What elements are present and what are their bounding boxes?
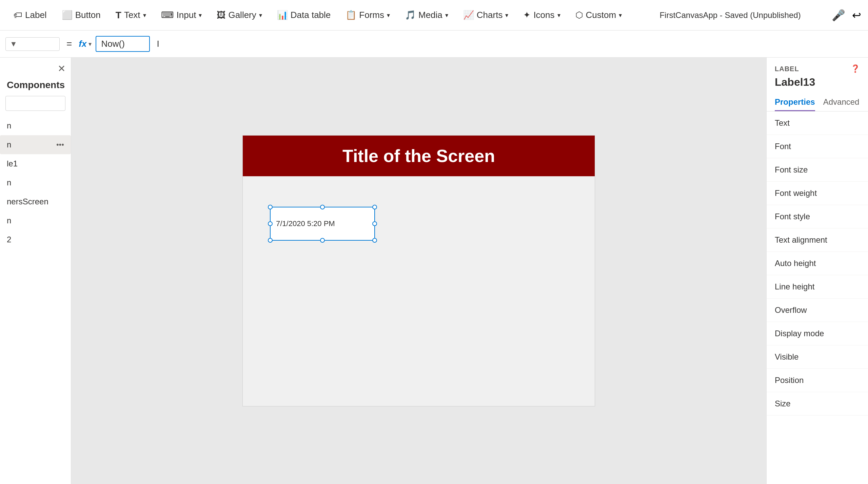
help-icon[interactable]: ❓ xyxy=(851,64,860,73)
sidebar-item-4[interactable]: n xyxy=(0,173,71,192)
media-button-text: Media xyxy=(418,10,442,20)
forms-button-text: Forms xyxy=(359,10,384,20)
text-chevron-icon: ▾ xyxy=(143,12,146,19)
right-panel: LABEL ❓ Label13 Properties Advanced Text… xyxy=(766,58,868,484)
formula-input[interactable]: Now() xyxy=(96,36,150,52)
prop-autoheight[interactable]: Auto height xyxy=(767,252,868,275)
datatable-icon: 📊 xyxy=(277,10,288,20)
button-button-text: Button xyxy=(75,10,101,20)
prop-lineheight[interactable]: Line height xyxy=(767,275,868,299)
sidebar-item-5[interactable]: nersScreen xyxy=(0,192,71,211)
prop-text-label: Text xyxy=(775,118,790,128)
gallery-button-text: Gallery xyxy=(228,10,256,20)
forms-button[interactable]: 📋 Forms ▾ xyxy=(339,6,397,24)
forms-icon: 📋 xyxy=(346,10,356,20)
prop-size-label: Size xyxy=(775,399,791,408)
forms-chevron-icon: ▾ xyxy=(387,12,390,19)
sidebar-item-6[interactable]: n xyxy=(0,211,71,230)
sidebar-item-3[interactable]: le1 xyxy=(0,154,71,173)
label-text-value: 7/1/2020 5:20 PM xyxy=(276,219,335,228)
icons-icon: ✦ xyxy=(523,10,531,20)
top-toolbar: 🏷 Label ⬜ Button T Text ▾ ⌨ Input ▾ 🖼 Ga… xyxy=(0,0,868,31)
sidebar-item-7[interactable]: 2 xyxy=(0,230,71,249)
sidebar-title: Components xyxy=(0,80,71,96)
prop-fontweight[interactable]: Font weight xyxy=(767,182,868,205)
prop-fontstyle-label: Font style xyxy=(775,212,810,221)
close-sidebar-button[interactable]: ✕ xyxy=(58,63,65,74)
button-button[interactable]: ⬜ Button xyxy=(55,6,107,24)
left-sidebar: ✕ Components n n ••• le1 n nersScreen n … xyxy=(0,58,71,484)
charts-button[interactable]: 📈 Charts ▾ xyxy=(456,6,515,24)
prop-text[interactable]: Text xyxy=(767,112,868,135)
sidebar-item-label-1: n xyxy=(7,121,11,130)
prop-textalignment[interactable]: Text alignment xyxy=(767,228,868,252)
label-button[interactable]: 🏷 Label xyxy=(7,6,54,24)
sidebar-item-label-3: le1 xyxy=(7,159,18,168)
sidebar-item-1[interactable]: n xyxy=(0,116,71,135)
datatable-button[interactable]: 📊 Data table xyxy=(270,6,338,24)
sidebar-item-2[interactable]: n ••• xyxy=(0,135,71,154)
handle-mid-left[interactable] xyxy=(268,221,273,226)
right-panel-header: LABEL ❓ xyxy=(767,58,868,76)
custom-button[interactable]: ⬡ Custom ▾ xyxy=(569,6,629,24)
icons-chevron-icon: ▾ xyxy=(557,12,560,19)
formula-dropdown-value: ▼ xyxy=(10,40,17,48)
label-control[interactable]: 7/1/2020 5:20 PM xyxy=(270,207,375,241)
handle-top-center[interactable] xyxy=(320,205,325,209)
icons-button[interactable]: ✦ Icons ▾ xyxy=(516,6,567,24)
prop-visible[interactable]: Visible xyxy=(767,345,868,369)
microphone-icon[interactable]: 🎤 xyxy=(832,9,845,22)
datatable-button-text: Data table xyxy=(291,10,331,20)
handle-top-left[interactable] xyxy=(268,205,273,209)
prop-displaymode[interactable]: Display mode xyxy=(767,322,868,345)
input-chevron-icon: ▾ xyxy=(199,12,202,19)
text-button[interactable]: T Text ▾ xyxy=(109,6,153,24)
charts-icon: 📈 xyxy=(463,10,474,20)
formula-dropdown[interactable]: ▼ xyxy=(5,37,60,51)
screen-title-text: Title of the Screen xyxy=(342,146,495,166)
custom-icon: ⬡ xyxy=(575,10,583,20)
prop-fontsize-label: Font size xyxy=(775,165,808,175)
tab-advanced-label: Advanced xyxy=(823,97,860,106)
prop-size[interactable]: Size xyxy=(767,392,868,416)
prop-position[interactable]: Position xyxy=(767,369,868,392)
custom-button-text: Custom xyxy=(586,10,616,20)
icons-button-text: Icons xyxy=(533,10,554,20)
screen-title-bar: Title of the Screen xyxy=(243,136,595,176)
media-button[interactable]: 🎵 Media ▾ xyxy=(398,6,455,24)
right-panel-tabs: Properties Advanced xyxy=(767,94,868,112)
fx-chevron-icon: ▾ xyxy=(88,40,92,48)
prop-textalignment-label: Text alignment xyxy=(775,235,827,245)
handle-mid-right[interactable] xyxy=(372,221,377,226)
prop-fontsize[interactable]: Font size xyxy=(767,158,868,182)
text-icon: T xyxy=(116,10,121,21)
prop-font[interactable]: Font xyxy=(767,135,868,158)
canvas-area[interactable]: Title of the Screen 7/1/2020 5:20 PM xyxy=(71,58,766,484)
charts-button-text: Charts xyxy=(477,10,503,20)
equals-sign: = xyxy=(64,39,75,49)
sidebar-item-label-2: n xyxy=(7,140,11,149)
prop-position-label: Position xyxy=(775,376,804,385)
prop-fontstyle[interactable]: Font style xyxy=(767,205,868,228)
sidebar-item-dots[interactable]: ••• xyxy=(56,140,64,149)
label-icon: 🏷 xyxy=(14,10,22,20)
prop-lineheight-label: Line height xyxy=(775,282,814,291)
tab-advanced[interactable]: Advanced xyxy=(823,94,860,111)
handle-bottom-left[interactable] xyxy=(268,238,273,243)
charts-chevron-icon: ▾ xyxy=(505,12,508,19)
input-button[interactable]: ⌨ Input ▾ xyxy=(154,6,209,24)
sidebar-item-label-4: n xyxy=(7,178,11,187)
handle-top-right[interactable] xyxy=(372,205,377,209)
handle-bottom-center[interactable] xyxy=(320,238,325,243)
tab-properties[interactable]: Properties xyxy=(775,94,815,111)
main-layout: ✕ Components n n ••• le1 n nersScreen n … xyxy=(0,58,868,484)
gallery-button[interactable]: 🖼 Gallery ▾ xyxy=(210,6,269,24)
sidebar-search-input[interactable] xyxy=(5,96,65,111)
fx-button[interactable]: fx ▾ xyxy=(79,39,92,49)
canvas-frame: Title of the Screen 7/1/2020 5:20 PM xyxy=(242,135,595,406)
undo-icon[interactable]: ↩ xyxy=(852,9,861,22)
prop-visible-label: Visible xyxy=(775,352,798,362)
handle-bottom-right[interactable] xyxy=(372,238,377,243)
prop-overflow[interactable]: Overflow xyxy=(767,299,868,322)
fx-label: fx xyxy=(79,39,86,49)
